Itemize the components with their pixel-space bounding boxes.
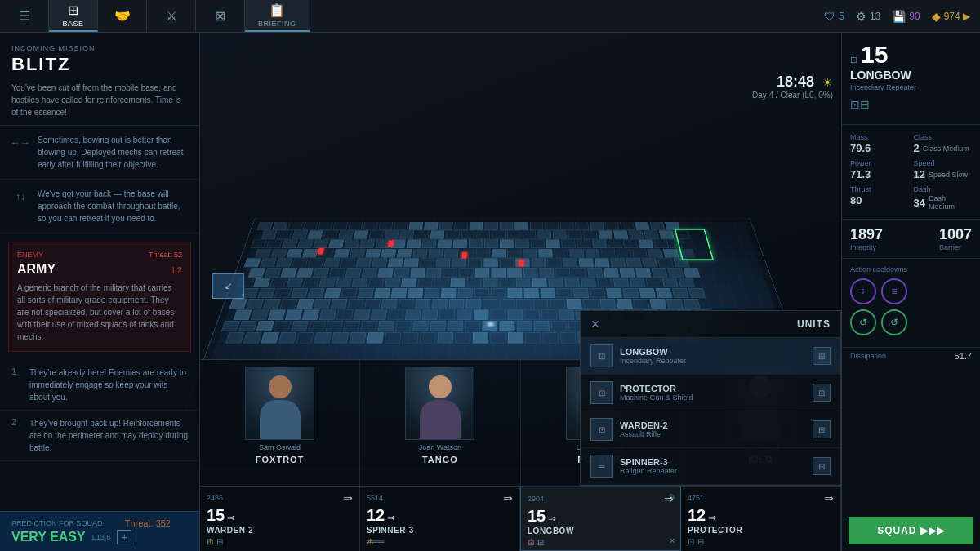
enemy-desc: A generic branch of the military that ca… (17, 282, 182, 343)
units-panel: ✕ UNITS ⊡ LONGBOW Incendiary Repeater ⊟ … (580, 310, 841, 486)
prediction-bar: Prediction for squad Threat: 352 VERY EA… (0, 511, 199, 551)
squad-button[interactable]: SQUAD ▶▶▶ (849, 517, 973, 544)
warden2-arrows: ⇒ (343, 491, 353, 504)
foxtrot-portrait (245, 367, 314, 440)
unit-card-spinner3[interactable]: 5514 ⇒ 12 ⇒ SPINNER-3 ═══ ⚠ (360, 487, 520, 551)
top-bar-resources: 🛡 5 ⚙ 13 💾 90 ◆ 974 ▶ (824, 10, 980, 23)
enemy-label: Enemy (17, 251, 43, 259)
unit-list-longbow[interactable]: ⊡ LONGBOW Incendiary Repeater ⊟ (581, 338, 840, 375)
prediction-plus-button[interactable]: + (117, 530, 131, 544)
barrier-label: Barrier (939, 243, 972, 251)
unit-card-longbow[interactable]: 2904 ⇒ 15 ⇒ LONGBOW ⊡ ⊟ ⚠ ✎ ✕ (520, 487, 681, 551)
power-icon: ⊡ (850, 55, 858, 65)
note-1-text: They're already here! Enemies are ready … (29, 367, 188, 403)
tango-real-name: Joan Watson (419, 443, 461, 451)
tab-weapons[interactable]: ⚔ (147, 0, 196, 32)
spinner3-header: 5514 ⇒ (367, 491, 513, 504)
integrity-value: 1897 (850, 226, 883, 243)
tab-troops[interactable]: 🤝 (98, 0, 147, 32)
char-tango[interactable]: Joan Watson TANGO (360, 360, 520, 486)
unit-list-warden2[interactable]: ⊡ WARDEN-2 Assault Rifle ⊟ (581, 411, 840, 448)
stat-mass-value: 79.6 (850, 142, 871, 154)
cooldown-btn-4[interactable]: ↺ (881, 309, 907, 335)
units-panel-close-button[interactable]: ✕ (590, 318, 600, 331)
protector-icon2: ⊟ (697, 537, 704, 546)
stats-grid: Mass 79.6 Class 2 Class Medium Power 71.… (842, 125, 980, 219)
mission-desc: You've been cut off from the mobile base… (11, 82, 188, 118)
cooldown-btn-2[interactable]: ≡ (881, 278, 907, 304)
warden2-icon2: ⊟ (216, 537, 223, 546)
stat-speed: Speed 12 Speed Slow (914, 159, 973, 180)
foxtrot-figure (252, 369, 309, 438)
unit-list-spinner3[interactable]: ═ SPINNER-3 Railgun Repeater ⊟ (581, 448, 840, 485)
dissipation-label: Dissipation (850, 352, 886, 360)
unit-card-warden2[interactable]: 2486 ⇒ 15 ⇒ WARDEN-2 ⊡ ⊟ ⚠ (200, 487, 360, 551)
cooldown-btn-1[interactable]: + (850, 278, 876, 304)
warden2-id: 2486 (207, 494, 223, 502)
longbow-close-icon[interactable]: ✕ (669, 536, 675, 545)
tab-briefing[interactable]: 📋 Briefing (245, 0, 310, 32)
tango-callsign: TANGO (422, 455, 458, 464)
weapons-icon: ⚔ (166, 8, 177, 24)
prediction-level: L13.6 (92, 533, 111, 541)
shield-icon: 🛡 (824, 10, 835, 23)
spinner3-num: 12 (367, 507, 385, 523)
red-marker-2 (388, 240, 394, 247)
unit-card-protector[interactable]: 4751 ⇒ 12 ⇒ PROTECTOR ⊡ ⊟ (681, 487, 841, 551)
longbow-edit-icon[interactable]: ✎ (669, 492, 675, 501)
tip-2: ↑↓ We've got your back — the base will a… (0, 180, 199, 233)
protector-arrows: ⇒ (824, 491, 834, 504)
stat-speed-num: 12 (914, 168, 925, 180)
unit-list-protector[interactable]: ⊡ PROTECTOR Machine Gun & Shield ⊟ (581, 375, 840, 411)
protector-icon1: ⊡ (688, 537, 694, 546)
deploy-button[interactable]: ↙ (212, 273, 244, 299)
right-panel: ⊡ 15 LONGBOW Incendiary Repeater ⊡⊟ Mass… (841, 33, 980, 551)
squad-label: SQUAD ▶▶▶ (877, 525, 945, 536)
center-glow (485, 320, 497, 327)
spinner3-arrow2: ⇒ (387, 512, 395, 523)
mission-label: Incoming mission (11, 44, 188, 52)
tip-1: ←→ Sometimes, bowing out is better than … (0, 126, 199, 180)
gold-value: 974 ▶ (944, 11, 970, 22)
spinner3-id: 5514 (367, 494, 383, 502)
base-icon: ⊞ (68, 2, 78, 18)
longbow-list-info: LONGBOW Incendiary Repeater (620, 347, 686, 365)
time-display: 18:48 ☀ Day 4 / Clear (L0, 0%) (752, 73, 833, 100)
stat-thrust-row: 80 (850, 194, 909, 207)
tab-menu[interactable]: ☰ (0, 0, 49, 32)
protector-list-name: PROTECTOR (620, 384, 693, 393)
note-1-num: 1 (11, 367, 21, 376)
warden2-list-icon: ⊡ (590, 418, 613, 441)
enemy-section: Enemy Threat: 52 ARMY L2 A generic branc… (8, 242, 191, 352)
resource-gear: ⚙ 13 (856, 10, 880, 23)
tab-grid[interactable]: ⊠ (196, 0, 245, 32)
dissipation-value: 51.7 (955, 351, 972, 361)
left-panel: Incoming mission BLITZ You've been cut o… (0, 33, 200, 551)
resource-gold: ◆ 974 ▶ (932, 10, 970, 23)
protector-detail-button[interactable]: ⊟ (813, 384, 831, 402)
spinner3-warning: ⚠ (367, 537, 374, 546)
troops-icon: 🤝 (114, 8, 131, 24)
warden2-arrow2: ⇒ (227, 512, 235, 523)
longbow-warning: ⚠ (528, 536, 535, 545)
enemy-level: L2 (172, 265, 182, 275)
cooldown-btns-row2: ↺ ↺ (850, 309, 972, 335)
protector-arrow2: ⇒ (708, 512, 716, 523)
longbow-header: 2904 ⇒ (528, 492, 674, 505)
day-info: Day 4 / Clear (L0, 0%) (752, 91, 833, 100)
spinner3-detail-button[interactable]: ⊟ (813, 457, 831, 475)
char-foxtrot[interactable]: Sam Oswald FOXTROT (200, 360, 360, 486)
warden2-name: WARDEN-2 (207, 526, 353, 535)
time-value: 18:48 (777, 73, 814, 91)
enemy-header: Enemy Threat: 52 (17, 251, 182, 259)
cooldown-btn-3[interactable]: ↺ (850, 309, 876, 335)
tab-base[interactable]: ⊞ Base (49, 0, 98, 32)
note-2-text: They've brought back up! Reinforcements … (29, 417, 188, 454)
tip-1-text: Sometimes, bowing out is better than blo… (38, 134, 188, 171)
longbow-detail-button[interactable]: ⊟ (813, 347, 831, 365)
stat-mass: Mass 79.6 (850, 133, 909, 154)
stat-mass-label: Mass (850, 133, 909, 141)
stat-speed-text: Speed Slow (929, 171, 968, 179)
warden2-detail-button[interactable]: ⊟ (813, 420, 831, 438)
stat-dash-row: 34 Dash Medium (914, 194, 973, 211)
